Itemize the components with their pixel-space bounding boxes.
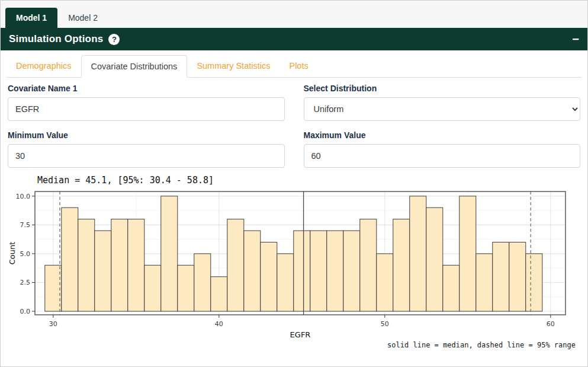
plot-title: Median = 45.1, [95%: 30.4 - 58.8] <box>37 175 581 186</box>
covariate-name-input[interactable] <box>8 97 285 121</box>
field-minimum-value: Minimum Value <box>8 130 285 168</box>
distribution-select[interactable]: Uniform <box>304 97 581 121</box>
svg-text:EGFR: EGFR <box>290 330 311 339</box>
svg-text:2.5: 2.5 <box>20 279 31 286</box>
svg-text:10.0: 10.0 <box>16 193 31 200</box>
histogram-svg: 0.02.55.07.510.030405060EGFRCount <box>7 187 575 341</box>
simulation-options-header: Simulation Options ? − <box>1 28 587 50</box>
field-covariate-name: Covariate Name 1 <box>8 84 285 121</box>
section-tab-bar: Demographics Covariate Distributions Sum… <box>7 55 581 78</box>
help-icon[interactable]: ? <box>108 34 120 45</box>
tab-model-1[interactable]: Model 1 <box>5 8 57 28</box>
plot-caption: solid line = median, dashed line = 95% r… <box>7 341 576 349</box>
field-distribution: Select Distribution Uniform <box>304 84 581 121</box>
tab-demographics[interactable]: Demographics <box>7 55 81 78</box>
maximum-value-input[interactable] <box>304 144 581 168</box>
tab-model-2[interactable]: Model 2 <box>57 8 108 28</box>
field-maximum-value: Maximum Value <box>304 130 581 168</box>
maximum-value-label: Maximum Value <box>304 130 581 140</box>
svg-text:50: 50 <box>381 320 389 328</box>
svg-text:40: 40 <box>215 320 223 328</box>
svg-text:60: 60 <box>547 320 555 328</box>
panel-body: Demographics Covariate Distributions Sum… <box>1 50 587 349</box>
svg-text:7.5: 7.5 <box>20 221 31 229</box>
panel-title: Simulation Options <box>9 33 103 45</box>
svg-text:30: 30 <box>49 320 57 328</box>
svg-text:0.0: 0.0 <box>20 308 31 315</box>
app-window: Model 1 Model 2 Simulation Options ? − D… <box>0 0 588 367</box>
covariate-name-label: Covariate Name 1 <box>8 84 285 93</box>
covariate-form: Covariate Name 1 Select Distribution Uni… <box>8 84 580 168</box>
distribution-label: Select Distribution <box>304 84 581 93</box>
tab-summary-statistics[interactable]: Summary Statistics <box>187 55 279 78</box>
minimum-value-input[interactable] <box>8 144 285 168</box>
tab-plots[interactable]: Plots <box>279 55 317 78</box>
model-tab-bar: Model 1 Model 2 <box>1 1 587 28</box>
minimum-value-label: Minimum Value <box>8 130 285 140</box>
svg-text:5.0: 5.0 <box>20 250 31 258</box>
histogram-plot: Median = 45.1, [95%: 30.4 - 58.8] 0.02.5… <box>7 175 581 349</box>
collapse-icon[interactable]: − <box>572 33 579 45</box>
tab-covariate-distributions[interactable]: Covariate Distributions <box>81 55 188 78</box>
svg-text:Count: Count <box>8 242 17 265</box>
